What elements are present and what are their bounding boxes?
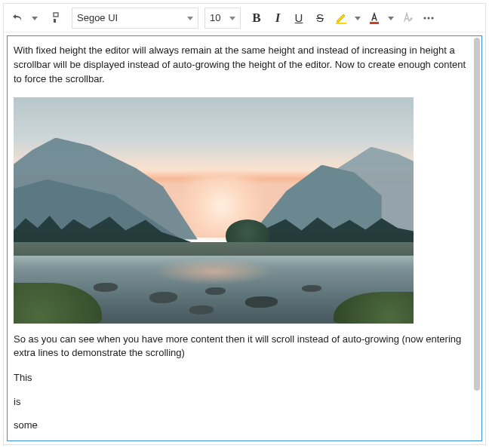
svg-rect-0 — [54, 13, 58, 17]
editor-area[interactable]: With fixed height the editor will always… — [7, 35, 482, 441]
format-painter-button[interactable] — [46, 8, 66, 29]
undo-dropdown[interactable] — [29, 8, 40, 29]
font-size-select[interactable]: 10 — [205, 8, 241, 29]
font-family-select[interactable]: Segoe UI — [72, 8, 198, 29]
editor-window: Segoe UI 10 B I U S — [3, 3, 486, 445]
paragraph: So as you can see when you have more con… — [14, 333, 466, 361]
strikethrough-button[interactable]: S — [310, 8, 330, 29]
svg-rect-2 — [370, 22, 379, 24]
format-painter-icon — [50, 12, 62, 24]
italic-button[interactable]: I — [268, 8, 288, 29]
editor-content[interactable]: With fixed height the editor will always… — [8, 36, 472, 440]
font-size-value: 10 — [210, 12, 220, 23]
font-color-dropdown[interactable] — [386, 8, 396, 29]
svg-point-4 — [428, 17, 430, 19]
underline-button[interactable]: U — [289, 8, 309, 29]
undo-icon — [12, 12, 24, 24]
toolbar: Segoe UI 10 B I U S — [4, 4, 485, 32]
text-line: is — [14, 395, 466, 409]
bold-button[interactable]: B — [247, 8, 266, 29]
italic-icon: I — [275, 11, 281, 26]
bold-icon: B — [252, 11, 260, 26]
more-icon — [422, 11, 435, 25]
highlighter-icon — [334, 11, 348, 25]
paragraph: With fixed height the editor will always… — [14, 44, 466, 87]
strikethrough-icon: S — [316, 11, 324, 24]
svg-point-5 — [432, 17, 434, 19]
undo-button[interactable] — [8, 8, 28, 29]
highlight-dropdown[interactable] — [352, 8, 363, 29]
font-family-value: Segoe UI — [77, 12, 118, 23]
chevron-down-icon — [229, 15, 235, 21]
more-button[interactable] — [419, 8, 438, 29]
underline-icon: U — [295, 11, 303, 24]
font-color-button[interactable] — [364, 8, 384, 29]
highlight-button[interactable] — [331, 8, 351, 29]
clear-format-icon — [401, 11, 414, 25]
clear-format-button[interactable] — [398, 8, 417, 29]
font-color-icon — [368, 11, 381, 25]
chevron-down-icon — [187, 15, 193, 21]
svg-rect-1 — [336, 23, 346, 24]
embedded-image[interactable] — [14, 97, 414, 324]
scrollbar-thumb[interactable] — [474, 38, 480, 391]
scrollbar[interactable] — [474, 38, 480, 439]
svg-point-3 — [424, 17, 426, 19]
text-line: some — [14, 419, 466, 432]
text-line: This — [14, 371, 466, 385]
